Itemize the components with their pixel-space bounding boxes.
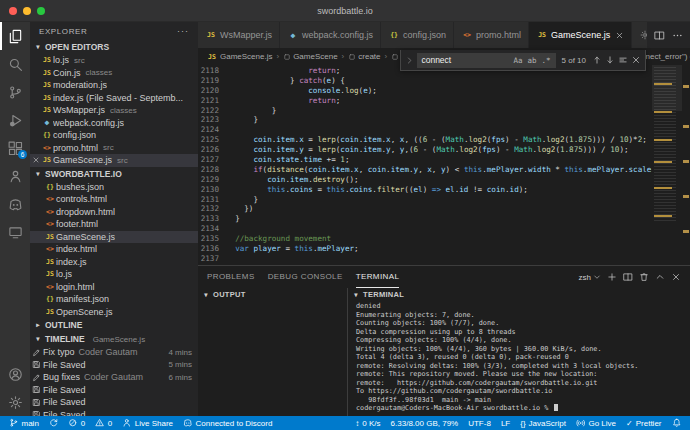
new-terminal-button[interactable]: [607, 272, 617, 282]
close-tab-icon[interactable]: [615, 31, 624, 40]
terminal-shell-picker[interactable]: zsh: [579, 273, 601, 282]
code-line-2134[interactable]: 2134: [198, 224, 652, 234]
minimap[interactable]: [652, 65, 682, 265]
minimap-slider[interactable]: [652, 65, 682, 111]
open-editors-header[interactable]: ▾OPEN EDITORS: [30, 40, 198, 54]
activity-bar-item-remote[interactable]: [0, 218, 30, 246]
breadcrumb-gamescene[interactable]: GameScene: [283, 52, 337, 61]
overview-ruler[interactable]: [682, 65, 690, 265]
status-live-share[interactable]: Live Share: [117, 416, 178, 430]
outline-section-header[interactable]: ▸OUTLINE: [30, 318, 198, 332]
panel-tab-terminal[interactable]: TERMINAL: [356, 266, 400, 288]
status-javascript[interactable]: {}JavaScript: [515, 416, 571, 430]
file-gamescene-js[interactable]: JSGameScene.js: [30, 231, 198, 244]
file-index-html[interactable]: <>index.html: [30, 243, 198, 256]
next-match-button[interactable]: [605, 55, 615, 65]
code-line-2119[interactable]: 2119} catch(e) {: [198, 76, 652, 86]
minimize-window-button[interactable]: [23, 7, 31, 15]
code-line-2130[interactable]: 2130this.coins = this.coins.filter((el) …: [198, 185, 652, 195]
status-main[interactable]: main: [4, 416, 44, 430]
activity-bar-item-debug[interactable]: [0, 106, 30, 134]
status-lf[interactable]: LF: [496, 416, 515, 430]
kill-terminal-button[interactable]: [639, 272, 649, 282]
regex-toggle[interactable]: .*: [541, 56, 552, 65]
terminal-pane-header[interactable]: ▾ TERMINAL: [348, 288, 690, 301]
code-line-2136[interactable]: 2136var player = this.mePlayer;: [198, 244, 652, 254]
code-line-2126[interactable]: 2126coin.item.y = lerp(coin.item.y, y,(6…: [198, 145, 652, 155]
status-sync[interactable]: [44, 416, 64, 430]
code-line-2133[interactable]: 2133}: [198, 214, 652, 224]
activity-bar-item-discord[interactable]: [0, 190, 30, 218]
file-dropdown-html[interactable]: <>dropdown.html: [30, 206, 198, 219]
folder-section-header[interactable]: ▾SWORDBATTLE.IO: [30, 167, 198, 181]
file-controls-html[interactable]: <>controls.html: [30, 193, 198, 206]
panel-tab-debug-console[interactable]: DEBUG CONSOLE: [268, 266, 343, 288]
timeline-section-header[interactable]: ▾TIMELINEGameScene.js: [30, 332, 198, 346]
activity-bar-item-explorer[interactable]: [0, 22, 30, 50]
code-editor[interactable]: 2118return;2119} catch(e) {2120console.l…: [198, 65, 652, 265]
activity-bar-item-gear[interactable]: [0, 388, 30, 416]
status-go-live[interactable]: Go Live: [571, 416, 621, 430]
close-editor-icon[interactable]: [30, 156, 41, 164]
tab-wsmapper-js[interactable]: JSWsMapper.js: [198, 22, 280, 48]
status-0-k-s[interactable]: ↕0 K/s: [350, 416, 385, 430]
code-line-2120[interactable]: 2120console.log(e);: [198, 86, 652, 96]
open-editor-config-json[interactable]: {}config.json: [30, 129, 198, 142]
split-editor-icon[interactable]: [654, 30, 665, 41]
output-pane-header[interactable]: ▾ OUTPUT: [198, 288, 347, 301]
terminal-content[interactable]: deniedEnumerating objects: 7, done.Count…: [348, 301, 690, 416]
maximize-panel-button[interactable]: [655, 272, 665, 282]
activity-bar-item-account[interactable]: [0, 360, 30, 388]
tab-config-json[interactable]: {}config.json: [381, 22, 454, 48]
timeline-item-file-saved[interactable]: File Saved: [30, 409, 198, 417]
toggle-replace-icon[interactable]: [405, 56, 414, 65]
open-editor-webpack-config-js[interactable]: ◆webpack.config.js: [30, 117, 198, 130]
code-line-2122[interactable]: 2122}: [198, 106, 652, 116]
more-actions-icon[interactable]: [672, 30, 683, 41]
open-editor-gamescene-js[interactable]: JSGameScene.jssrc: [30, 154, 198, 167]
match-case-toggle[interactable]: Aa: [512, 56, 523, 65]
file-lo-js[interactable]: JSlo.js: [30, 268, 198, 281]
whole-word-toggle[interactable]: ab: [526, 56, 537, 65]
open-editor-lo-js[interactable]: JSlo.jssrc: [30, 54, 198, 67]
code-line-2124[interactable]: 2124: [198, 125, 652, 135]
split-terminal-button[interactable]: [623, 272, 633, 282]
tab-promo-html[interactable]: <>promo.html: [454, 22, 529, 48]
open-editor-wsmapper-js[interactable]: JSWsMapper.jsclasses: [30, 104, 198, 117]
status-0[interactable]: 0: [90, 416, 117, 430]
code-line-2132[interactable]: 2132}): [198, 204, 652, 214]
breadcrumb-gamescene-js[interactable]: JSGameScene.js: [206, 52, 272, 61]
code-line-2137[interactable]: 2137: [198, 254, 652, 264]
code-line-2121[interactable]: 2121return;: [198, 96, 652, 106]
code-line-2128[interactable]: 2128if(distance(coin.item.x, coin.item.y…: [198, 165, 652, 175]
activity-bar-item-extensions[interactable]: 6: [0, 134, 30, 162]
status-connected-to-discord[interactable]: Connected to Discord: [178, 416, 277, 430]
activity-bar-item-liveshare[interactable]: [0, 162, 30, 190]
code-line-2131[interactable]: 2131}: [198, 195, 652, 205]
file-footer-html[interactable]: <>footer.html: [30, 218, 198, 231]
open-editor-promo-html[interactable]: <>promo.htmlsrc: [30, 142, 198, 155]
open-editor-coin-js[interactable]: JSCoin.jsclasses: [30, 67, 198, 80]
close-find-icon[interactable]: [631, 55, 641, 65]
find-input[interactable]: [421, 55, 509, 65]
close-panel-button[interactable]: [671, 272, 681, 282]
close-window-button[interactable]: [9, 7, 17, 15]
file-index-js[interactable]: JSindex.js: [30, 256, 198, 269]
code-line-2127[interactable]: 2127coin.state.time += 1;: [198, 155, 652, 165]
previous-match-button[interactable]: [592, 55, 602, 65]
open-editor-index-js-file-saved-septemb[interactable]: JSindex.js (File Saved - Septemb...: [30, 92, 198, 105]
tab-settings[interactable]: Settings: [632, 22, 647, 48]
timeline-item-bug-fixes[interactable]: Bug fixesCoder Gautam6 mins: [30, 371, 198, 384]
sidebar-more-actions-icon[interactable]: ···: [177, 26, 189, 36]
status-prettier[interactable]: ✓Prettier: [621, 416, 667, 430]
tab-webpack-config-js[interactable]: ◆webpack.config.js: [280, 22, 381, 48]
code-line-2135[interactable]: 2135//background movement: [198, 234, 652, 244]
maximize-window-button[interactable]: [37, 7, 45, 15]
status-bell[interactable]: [667, 416, 687, 430]
file-login-html[interactable]: <>login.html: [30, 281, 198, 294]
breadcrumb-create[interactable]: create: [348, 52, 380, 61]
status-utf-8[interactable]: UTF-8: [463, 416, 496, 430]
tab-gamescene-js[interactable]: JSGameScene.js: [529, 22, 632, 48]
file-manifest-json[interactable]: {}manifest.json: [30, 293, 198, 306]
find-in-selection-button[interactable]: [618, 55, 628, 65]
